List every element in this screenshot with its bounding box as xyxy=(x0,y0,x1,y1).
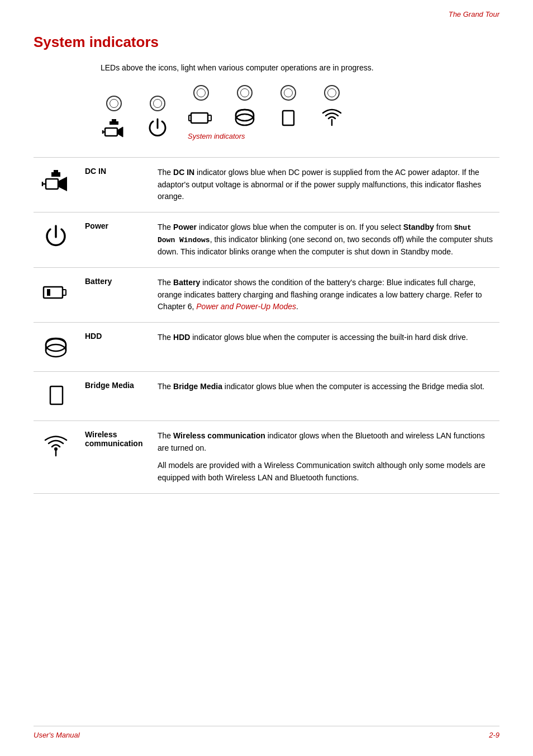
battery-link[interactable]: Power and Power-Up Modes xyxy=(196,302,296,311)
power-icon xyxy=(144,114,171,140)
wireless-large-icon xyxy=(41,430,70,459)
dcin-icon xyxy=(101,114,127,140)
hdd-diagram-icon xyxy=(231,103,258,130)
led-battery xyxy=(193,85,209,101)
td-icon-bridge xyxy=(34,372,78,421)
led-dcin xyxy=(106,96,122,111)
svg-rect-10 xyxy=(46,179,58,189)
top-right-header: The Grand Tour xyxy=(449,10,499,18)
dcin-large-icon xyxy=(41,167,70,196)
td-desc-wireless: The Wireless communication indicator glo… xyxy=(151,421,499,494)
page-container: The Grand Tour System indicators LEDs ab… xyxy=(0,0,533,756)
td-icon-power xyxy=(34,212,78,268)
td-icon-dcin xyxy=(34,158,78,212)
td-label-dcin: DC IN xyxy=(78,158,151,212)
page-footer: User's Manual 2-9 xyxy=(34,726,499,739)
bridge-large-icon xyxy=(41,381,70,410)
table-row-wireless: Wireless communication The Wireless comm… xyxy=(34,421,499,494)
svg-rect-5 xyxy=(189,115,191,121)
diagram-bridge-media xyxy=(275,85,302,130)
td-desc-bridge: The Bridge Media indicator glows blue wh… xyxy=(151,372,499,421)
svg-point-20 xyxy=(54,447,58,451)
bridge-diagram-icon xyxy=(275,103,302,130)
table-row-dcin: DC IN The DC IN indicator glows blue whe… xyxy=(34,158,499,212)
td-desc-hdd: The HDD indicator glows blue when the co… xyxy=(151,323,499,372)
svg-marker-13 xyxy=(51,170,60,177)
icons-diagram: System indicators xyxy=(101,85,499,140)
led-power xyxy=(150,96,165,111)
svg-marker-3 xyxy=(110,119,118,125)
diagram-label: System indicators xyxy=(188,132,245,140)
footer-right: 2-9 xyxy=(489,731,499,739)
diagram-hdd xyxy=(231,85,258,130)
svg-rect-6 xyxy=(208,115,211,121)
diagram-wireless xyxy=(318,85,345,130)
table-row-power: Power The Power indicator glows blue whe… xyxy=(34,212,499,268)
battery-diagram-icon xyxy=(188,103,215,130)
svg-rect-4 xyxy=(191,113,208,123)
td-label-battery: Battery xyxy=(78,268,151,323)
td-icon-battery xyxy=(34,268,78,323)
svg-rect-19 xyxy=(50,386,63,404)
diagram-battery xyxy=(188,85,215,130)
diagram-power xyxy=(144,96,171,140)
td-icon-hdd xyxy=(34,323,78,372)
table-row-hdd: HDD The HDD indicator glows blue when th… xyxy=(34,323,499,372)
battery-large-icon xyxy=(41,277,70,306)
hdd-large-icon xyxy=(41,332,70,361)
footer-left: User's Manual xyxy=(34,731,80,739)
wireless-label-line2: communication xyxy=(85,439,144,448)
page-title: System indicators xyxy=(34,34,499,51)
td-desc-battery: The Battery indicator shows the conditio… xyxy=(151,268,499,323)
svg-rect-16 xyxy=(47,289,50,296)
power-large-icon xyxy=(41,221,70,251)
td-desc-dcin: The DC IN indicator glows blue when DC p… xyxy=(151,158,499,212)
svg-rect-15 xyxy=(63,290,66,295)
svg-rect-0 xyxy=(105,128,117,136)
led-wireless xyxy=(324,85,340,101)
td-label-hdd: HDD xyxy=(78,323,151,372)
table-row-bridge-media: Bridge Media The Bridge Media indicator … xyxy=(34,372,499,421)
td-icon-wireless xyxy=(34,421,78,494)
svg-rect-9 xyxy=(283,111,294,125)
td-desc-power: The Power indicator glows blue when the … xyxy=(151,212,499,268)
wireless-diagram-icon xyxy=(318,103,345,130)
intro-text: LEDs above the icons, light when various… xyxy=(101,62,480,74)
diagram-dcin xyxy=(101,96,127,140)
svg-rect-14 xyxy=(44,287,63,298)
led-bridge xyxy=(280,85,296,101)
td-label-wireless: Wireless communication xyxy=(78,421,151,494)
led-hdd xyxy=(237,85,253,101)
td-label-bridge: Bridge Media xyxy=(78,372,151,421)
wireless-label: Wireless communication xyxy=(85,430,144,448)
indicators-table: DC IN The DC IN indicator glows blue whe… xyxy=(34,157,499,494)
td-label-power: Power xyxy=(78,212,151,268)
wireless-label-line1: Wireless xyxy=(85,430,144,439)
table-row-battery: Battery The Battery indicator shows the … xyxy=(34,268,499,323)
